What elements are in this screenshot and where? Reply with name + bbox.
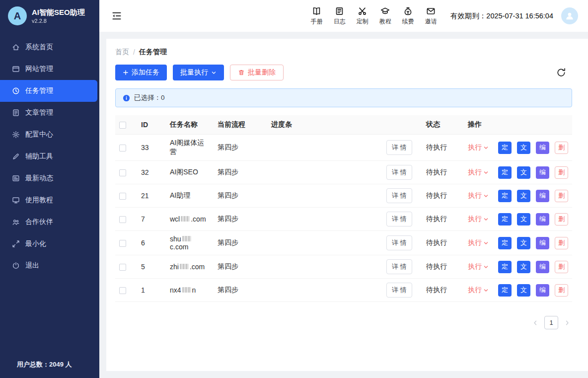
row-action-编-button[interactable]: 编 xyxy=(536,237,549,249)
detail-button[interactable]: 详 情 xyxy=(386,140,412,155)
execute-dropdown[interactable]: 执行 xyxy=(468,191,489,200)
header-action-course[interactable]: 教程 xyxy=(378,6,393,26)
row-action-定-button[interactable]: 定 xyxy=(498,142,512,154)
detail-button[interactable]: 详 情 xyxy=(386,283,412,298)
row-action-文-button[interactable]: 文 xyxy=(517,261,530,273)
row-action-定-button[interactable]: 定 xyxy=(498,261,512,273)
row-action-定-button[interactable]: 定 xyxy=(498,190,512,202)
row-action-删-button[interactable]: 删 xyxy=(555,166,568,179)
row-action-文-button[interactable]: 文 xyxy=(517,213,530,226)
row-action-编-button[interactable]: 编 xyxy=(536,142,549,154)
row-id: 32 xyxy=(137,161,166,184)
row-action-文-button[interactable]: 文 xyxy=(517,284,530,297)
row-progress xyxy=(267,279,382,302)
row-task-name: wcl.com xyxy=(166,208,214,231)
add-task-button[interactable]: 添加任务 xyxy=(115,65,167,80)
detail-button[interactable]: 详 情 xyxy=(386,259,412,274)
row-action-文-button[interactable]: 文 xyxy=(517,190,530,202)
row-action-定-button[interactable]: 定 xyxy=(498,166,512,179)
header-action-invite[interactable]: 邀请 xyxy=(424,6,439,26)
execute-dropdown[interactable]: 执行 xyxy=(468,262,489,271)
row-action-删-button[interactable]: 删 xyxy=(555,213,568,226)
execute-dropdown[interactable]: 执行 xyxy=(468,238,489,247)
avatar[interactable] xyxy=(561,7,578,24)
row-action-定-button[interactable]: 定 xyxy=(498,213,512,226)
row-action-删-button[interactable]: 删 xyxy=(555,284,568,297)
sidebar-item-label: 文章管理 xyxy=(25,108,53,117)
row-action-编-button[interactable]: 编 xyxy=(536,213,549,226)
col-flow: 当前流程 xyxy=(214,115,267,135)
row-action-删-button[interactable]: 删 xyxy=(555,142,568,154)
row-checkbox[interactable] xyxy=(119,287,126,294)
row-action-删-button[interactable]: 删 xyxy=(555,261,568,273)
header-action-log[interactable]: 日志 xyxy=(332,6,347,26)
detail-button[interactable]: 详 情 xyxy=(386,212,412,227)
detail-button[interactable]: 详 情 xyxy=(386,165,412,180)
row-action-定-button[interactable]: 定 xyxy=(498,237,512,249)
row-action-编-button[interactable]: 编 xyxy=(536,166,549,179)
detail-button[interactable]: 详 情 xyxy=(386,235,412,250)
sidebar-item-tools[interactable]: 辅助工具 xyxy=(0,146,99,167)
select-all-checkbox[interactable] xyxy=(119,122,126,129)
prev-page-icon[interactable] xyxy=(532,320,538,326)
refresh-icon[interactable] xyxy=(556,68,566,77)
row-checkbox[interactable] xyxy=(119,193,126,200)
detail-button[interactable]: 详 情 xyxy=(386,188,412,203)
tutorial-icon xyxy=(12,196,20,204)
execute-dropdown[interactable]: 执行 xyxy=(468,168,489,177)
row-checkbox[interactable] xyxy=(119,264,126,271)
row-action-编-button[interactable]: 编 xyxy=(536,261,549,273)
row-action-文-button[interactable]: 文 xyxy=(517,237,530,249)
next-page-icon[interactable] xyxy=(564,320,570,326)
app-version: v2.2.8 xyxy=(32,18,85,24)
col-progress: 进度条 xyxy=(267,115,382,135)
row-status: 待执行 xyxy=(422,279,464,302)
batch-delete-button[interactable]: 批量删除 xyxy=(230,65,284,80)
row-flow: 第四步 xyxy=(214,255,267,279)
row-checkbox[interactable] xyxy=(119,240,126,247)
row-id: 1 xyxy=(137,279,166,302)
header-action-custom[interactable]: 定制 xyxy=(355,6,370,26)
row-action-定-button[interactable]: 定 xyxy=(498,284,512,297)
row-flow: 第四步 xyxy=(214,135,267,161)
header-action-manual[interactable]: 手册 xyxy=(309,6,324,26)
chevron-down-icon xyxy=(483,145,489,151)
row-checkbox[interactable] xyxy=(119,216,126,223)
sidebar-item-tutorial[interactable]: 使用教程 xyxy=(0,189,99,211)
sidebar-item-site[interactable]: 网站管理 xyxy=(0,58,99,80)
header-action-renew[interactable]: 续费 xyxy=(401,6,416,26)
content-area: 首页 / 任务管理 添加任务 批量执行 批量删除 xyxy=(99,32,588,378)
breadcrumb-separator: / xyxy=(133,48,135,56)
chevron-down-icon xyxy=(211,70,217,76)
sidebar-item-home[interactable]: 系统首页 xyxy=(0,36,99,58)
row-id: 33 xyxy=(137,135,166,161)
header-right: 手册 日志 定制 教程 续费 邀请 有效期到：2025-07-31 16:56:… xyxy=(309,6,578,26)
news-icon xyxy=(12,174,20,182)
sidebar-item-partner[interactable]: 合作伙伴 xyxy=(0,211,99,233)
row-checkbox[interactable] xyxy=(119,169,126,176)
sidebar-item-article[interactable]: 文章管理 xyxy=(0,102,99,124)
sidebar-item-minimize[interactable]: 最小化 xyxy=(0,233,99,255)
batch-execute-button[interactable]: 批量执行 xyxy=(173,65,224,80)
col-ops: 操作 xyxy=(464,115,572,135)
row-action-编-button[interactable]: 编 xyxy=(536,284,549,297)
execute-dropdown[interactable]: 执行 xyxy=(468,215,489,224)
sidebar-item-news[interactable]: 最新动态 xyxy=(0,167,99,189)
breadcrumb-home[interactable]: 首页 xyxy=(115,48,129,57)
row-action-文-button[interactable]: 文 xyxy=(517,166,530,179)
row-action-编-button[interactable]: 编 xyxy=(536,190,549,202)
page-number[interactable]: 1 xyxy=(544,316,558,329)
sidebar-collapse-icon[interactable] xyxy=(111,10,122,21)
execute-dropdown[interactable]: 执行 xyxy=(468,143,489,152)
row-action-删-button[interactable]: 删 xyxy=(555,237,568,249)
row-action-文-button[interactable]: 文 xyxy=(517,142,530,154)
sidebar-item-config[interactable]: 配置中心 xyxy=(0,124,99,146)
course-icon xyxy=(380,6,390,16)
sidebar-item-exit[interactable]: 退出 xyxy=(0,255,99,277)
sidebar-item-task[interactable]: 任务管理 xyxy=(0,80,97,102)
app-logo: A xyxy=(8,6,27,25)
row-checkbox[interactable] xyxy=(119,145,126,151)
row-action-删-button[interactable]: 删 xyxy=(555,190,568,202)
execute-dropdown[interactable]: 执行 xyxy=(468,286,489,295)
row-id: 6 xyxy=(137,231,166,255)
